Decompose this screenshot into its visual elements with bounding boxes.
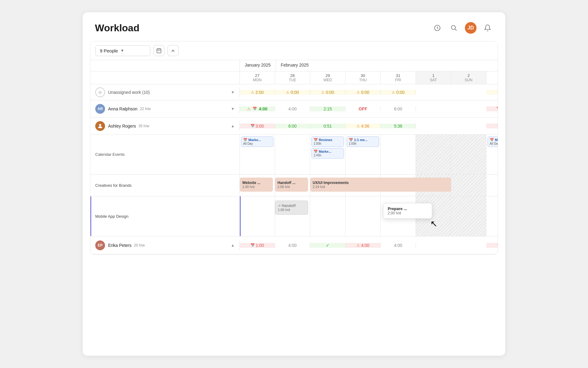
day-29: 29WED xyxy=(310,71,345,84)
anna-expand-icon[interactable]: ▼ xyxy=(231,107,235,111)
erika-name: Erika Peters xyxy=(108,243,131,248)
january-header: January 2025 xyxy=(240,60,276,71)
svg-point-1 xyxy=(451,25,455,29)
reviews-event[interactable]: 📅 Reviews 1:00h xyxy=(311,136,344,147)
clock-icon[interactable] xyxy=(432,22,443,33)
ashley-avatar xyxy=(95,121,105,131)
day-28: 28TUE xyxy=(275,71,310,84)
cal-events-sun xyxy=(451,135,486,174)
cal-events-wed: 📅 Reviews 1:00h 📅 Marke... 1:45h xyxy=(310,135,345,174)
calendar-events-sidebar: Calendar Events xyxy=(90,135,240,174)
erika-collapse-icon[interactable]: ▲ xyxy=(231,243,235,247)
cal-events-tue xyxy=(275,135,310,174)
ashley-wed: 0:51 xyxy=(310,124,345,128)
creatives-wed: UX/UI Improvements 2:24 h/d xyxy=(310,174,345,196)
calendar-button[interactable] xyxy=(153,45,164,56)
creatives-day-cells: Website ... 1:00 h/d Handoff ... 1:00 h/… xyxy=(240,174,498,196)
unassigned-sidebar: ⊘ Unassigned work (10) ▼ xyxy=(90,87,240,97)
mobile-wed xyxy=(310,196,345,236)
mobile-sidebar: Mobile App Design xyxy=(90,196,240,236)
day-27: 27MON xyxy=(240,71,275,84)
ashley-sidebar: Ashley Rogers 35 h/w ▲ xyxy=(90,121,240,131)
unassigned-chevron-icon[interactable]: ▼ xyxy=(231,90,235,94)
day-header-row: 27MON 28TUE 29WED 30THU 31FRI 1SAT 2SUN … xyxy=(90,71,498,84)
page-title: Workload xyxy=(95,22,139,34)
prepare-title: Prepare ... xyxy=(388,206,428,211)
creatives-tue: Handoff ... 1:00 h/d xyxy=(275,174,310,196)
mobile-fri: Prepare ... 2:00 h/d ↖ xyxy=(381,196,416,236)
cal-events-thu: 📅 1:1 me... 1:00h xyxy=(345,135,381,174)
marke-event-mon[interactable]: 📅 Marke... All Day xyxy=(241,136,273,147)
erika-mon: 📅1:00 xyxy=(240,243,275,248)
chevron-down-icon: ▼ xyxy=(120,48,124,53)
prepare-popup[interactable]: Prepare ... 2:00 h/d ↖ xyxy=(383,203,432,219)
unassigned-row: ⊘ Unassigned work (10) ▼ ⚠2:00 ⚠0:00 ⚠0:… xyxy=(90,84,498,100)
website-bar[interactable]: Website ... 1:00 h/d xyxy=(240,178,273,192)
erika-fri: 4:00 xyxy=(381,243,416,248)
unassigned-label: Unassigned work (10) xyxy=(108,90,150,95)
svg-rect-3 xyxy=(157,49,161,53)
unassigned-wed: ⚠0:00 xyxy=(310,90,345,95)
sidebar-day-spacer xyxy=(90,71,240,84)
ashley-mon: 📅3:00 xyxy=(240,124,275,128)
mobile-row: Mobile App Design ↺Handoff 1:00 h/d xyxy=(90,196,498,236)
marke-event-wed[interactable]: 📅 Marke... 1:45h xyxy=(311,148,344,159)
search-icon[interactable] xyxy=(448,22,459,33)
ashley-tue: 6:00 xyxy=(275,124,310,128)
mobile-handoff-bar[interactable]: ↺Handoff 1:00 h/d xyxy=(275,201,308,215)
creatives-mon: Website ... 1:00 h/d xyxy=(240,174,275,196)
anna-row: AR Anna Ralphson 22 h/w ▼ ⚠📅4:00 4:00 2:… xyxy=(90,100,498,117)
day-feb3: 3MON xyxy=(486,71,498,84)
mobile-tue: ↺Handoff 1:00 h/d xyxy=(275,196,310,236)
mobile-thu xyxy=(345,196,381,236)
creatives-sidebar: Creatives for Brands xyxy=(90,174,240,196)
calendar-area: January 2025 February 2025 27MON 28TUE 2… xyxy=(90,60,498,254)
unassigned-mon2: ⚠0:00 xyxy=(486,90,498,95)
erika-sidebar: EP Erika Peters 20 h/w ▲ xyxy=(90,240,240,250)
day-30: 30THU xyxy=(345,71,381,84)
bell-icon[interactable] xyxy=(482,22,493,33)
erika-tue: 4:00 xyxy=(275,243,310,248)
anna-fri: 6:00 xyxy=(381,106,416,111)
sidebar-month-spacer xyxy=(90,60,240,71)
mobile-day-cells: ↺Handoff 1:00 h/d Prepare ... xyxy=(240,196,498,236)
january-label: January 2025 xyxy=(240,60,276,70)
anna-tue: 4:00 xyxy=(275,106,310,111)
marke-event-mon2[interactable]: 📅 Marke... All Day xyxy=(488,136,498,147)
mobile-mon2 xyxy=(486,196,498,236)
handoff-bar[interactable]: Handoff ... 1:00 h/d xyxy=(275,178,308,192)
onemeet-event[interactable]: 📅 1:1 me... 1:00h xyxy=(347,136,379,147)
ashley-row: Ashley Rogers 35 h/w ▲ 📅3:00 6:00 0:51 ⚠… xyxy=(90,117,498,135)
people-filter[interactable]: 9 People ▼ xyxy=(95,45,150,56)
header-icons: JD xyxy=(432,22,493,34)
ashley-thu: ⚠4:36 xyxy=(345,124,381,128)
anna-thu: OFF xyxy=(345,106,381,111)
ashley-name: Ashley Rogers xyxy=(108,124,136,128)
header: Workload JD xyxy=(83,12,505,39)
creatives-sun xyxy=(451,174,486,196)
ashley-collapse-icon[interactable]: ▲ xyxy=(231,124,235,128)
user-avatar[interactable]: JD xyxy=(465,22,477,34)
february-header: February 2025 xyxy=(276,60,314,71)
anna-mon: ⚠📅4:00 xyxy=(240,106,275,111)
mobile-sun xyxy=(451,196,486,236)
prepare-time: 2:00 h/d xyxy=(388,211,428,215)
sort-button[interactable] xyxy=(168,45,179,56)
day-feb2: 2SUN xyxy=(451,71,486,84)
unassigned-tue: ⚠0:00 xyxy=(275,90,310,95)
unassigned-icon: ⊘ xyxy=(95,87,105,97)
unassigned-mon: ⚠2:00 xyxy=(240,90,275,95)
calendar-events-row: Calendar Events 📅 Marke... All Day 📅 Rev… xyxy=(90,135,498,174)
anna-mon2: 📅3:44 xyxy=(486,106,498,111)
erika-avatar: EP xyxy=(95,240,105,250)
cal-events-fri xyxy=(381,135,416,174)
ashley-fri: 5:36 xyxy=(381,124,416,128)
cal-events-mon2: 📅 Marke... All Day xyxy=(486,135,498,174)
ux-ui-bar[interactable]: UX/UI Improvements 2:24 h/d xyxy=(310,178,451,192)
erika-row: EP Erika Peters 20 h/w ▲ 📅1:00 4:00 ✓ ⚠4… xyxy=(90,236,498,254)
creatives-mon2 xyxy=(486,174,498,196)
creatives-label: Creatives for Brands xyxy=(95,183,132,188)
vertical-line xyxy=(90,196,91,236)
mobile-mon xyxy=(240,196,275,236)
unassigned-fri: ⚠0:00 xyxy=(381,90,416,95)
